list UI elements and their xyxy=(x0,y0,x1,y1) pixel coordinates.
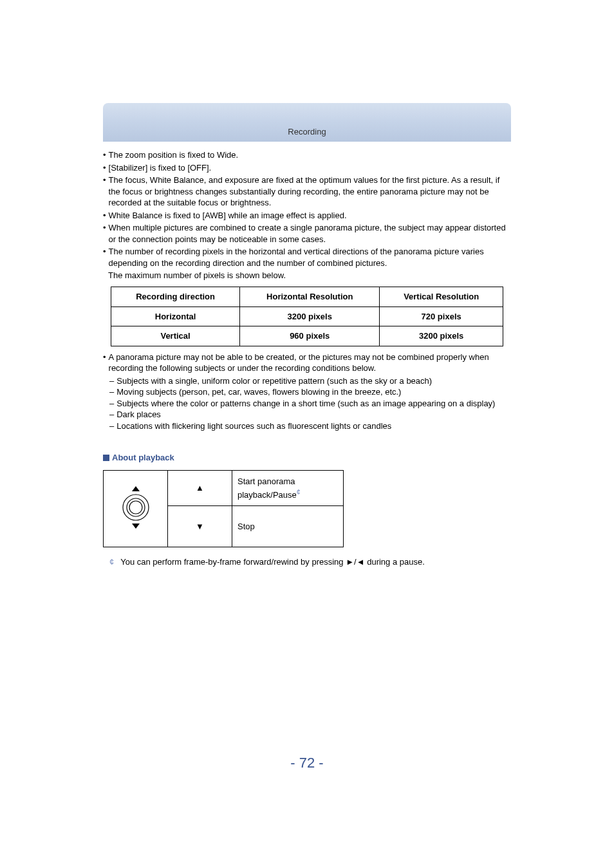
footnote: ¢ You can perform frame-by-frame forward… xyxy=(103,556,511,568)
dash-icon: – xyxy=(109,420,114,432)
bullet-dot-icon: • xyxy=(103,175,106,209)
section-title: About playback xyxy=(112,452,174,464)
page-number: - 72 - xyxy=(0,755,614,771)
footnote-ref: ¢ xyxy=(297,488,301,496)
bullet-item: • White Balance is fixed to [AWB] while … xyxy=(103,210,511,222)
dash-item: – Dark places xyxy=(103,409,511,420)
page-header-title: Recording xyxy=(288,127,326,137)
section-heading: About playback xyxy=(103,452,511,464)
table-header: Horizontal Resolution xyxy=(240,287,380,307)
playback-table: ▲ Start panorama playback/Pause¢ ▼ Stop xyxy=(103,470,344,547)
table-cell: 3200 pixels xyxy=(380,326,503,346)
playback-desc: Start panorama playback/Pause¢ xyxy=(232,471,344,506)
bullet-item: • The focus, White Balance, and exposure… xyxy=(103,175,511,209)
table-cell: 720 pixels xyxy=(380,307,503,326)
dash-icon: – xyxy=(109,398,114,410)
dash-text: Subjects where the color or patterns cha… xyxy=(116,398,511,410)
bullet-dot-icon: • xyxy=(103,246,106,269)
resolution-table: Recording direction Horizontal Resolutio… xyxy=(111,287,503,346)
bullet-text: [Stabilizer] is fixed to [OFF]. xyxy=(109,162,511,174)
dpad-cell xyxy=(104,471,168,547)
footnote-pre: You can perform frame-by-frame forward/r… xyxy=(120,557,346,567)
dash-icon: – xyxy=(109,386,114,398)
bullet-dot-icon: • xyxy=(103,352,106,374)
left-arrow-icon: ◄ xyxy=(357,557,365,567)
svg-marker-1 xyxy=(132,524,140,529)
down-arrow-icon: ▼ xyxy=(168,506,232,547)
dash-text: Subjects with a single, uniform color or… xyxy=(116,375,511,387)
content-area: • The zoom position is fixed to Wide. • … xyxy=(103,149,511,568)
pixels-intro-sub: The maximum number of pixels is shown be… xyxy=(108,270,511,281)
table-row: Horizontal 3200 pixels 720 pixels xyxy=(111,307,503,326)
table-cell: 960 pixels xyxy=(240,326,380,346)
bullet-dot-icon: • xyxy=(103,149,106,161)
svg-point-4 xyxy=(129,501,142,514)
dash-text: Locations with flickering light sources … xyxy=(116,420,511,432)
bullet-item: • When multiple pictures are combined to… xyxy=(103,222,511,245)
bullet-text: The focus, White Balance, and exposure a… xyxy=(109,175,511,209)
desc-text: Start panorama playback/Pause xyxy=(237,476,297,500)
dpad-icon xyxy=(118,485,154,530)
bullet-item: • A panorama picture may not be able to … xyxy=(103,352,511,374)
table-header: Recording direction xyxy=(111,287,240,307)
section-square-icon xyxy=(103,455,109,461)
footnote-post: during a pause. xyxy=(365,557,425,567)
dash-text: Dark places xyxy=(116,409,511,420)
up-arrow-icon: ▲ xyxy=(168,471,232,506)
dash-item: – Subjects with a single, uniform color … xyxy=(103,375,511,387)
bullet-item: • The number of recording pixels in the … xyxy=(103,246,511,269)
bullet-text: The number of recording pixels in the ho… xyxy=(109,246,511,269)
dash-item: – Locations with flickering light source… xyxy=(103,420,511,432)
bullet-text: The zoom position is fixed to Wide. xyxy=(109,149,511,161)
dash-item: – Moving subjects (person, pet, car, wav… xyxy=(103,386,511,398)
svg-marker-0 xyxy=(132,486,140,491)
bullet-text: When multiple pictures are combined to c… xyxy=(109,222,511,245)
footnote-mark: ¢ xyxy=(109,556,114,568)
playback-desc: Stop xyxy=(232,506,344,547)
bullet-dot-icon: • xyxy=(103,210,106,222)
bullet-dot-icon: • xyxy=(103,222,106,245)
bullet-dot-icon: • xyxy=(103,162,106,174)
right-arrow-icon: ► xyxy=(346,557,354,567)
dash-icon: – xyxy=(109,409,114,420)
table-header-row: Recording direction Horizontal Resolutio… xyxy=(111,287,503,307)
dash-text: Moving subjects (person, pet, car, waves… xyxy=(116,386,511,398)
table-cell: Horizontal xyxy=(111,307,240,326)
table-header: Vertical Resolution xyxy=(380,287,503,307)
header-band: Recording xyxy=(103,103,511,142)
table-row: ▲ Start panorama playback/Pause¢ xyxy=(104,471,344,506)
table-cell: Vertical xyxy=(111,326,240,346)
footnote-text: You can perform frame-by-frame forward/r… xyxy=(120,556,425,568)
bullet-item: • [Stabilizer] is fixed to [OFF]. xyxy=(103,162,511,174)
dash-item: – Subjects where the color or patterns c… xyxy=(103,398,511,410)
table-cell: 3200 pixels xyxy=(240,307,380,326)
bullet-text: White Balance is fixed to [AWB] while an… xyxy=(109,210,511,222)
table-row: Vertical 960 pixels 3200 pixels xyxy=(111,326,503,346)
bullet-text: A panorama picture may not be able to be… xyxy=(109,352,511,374)
dash-icon: – xyxy=(109,375,114,387)
bullet-item: • The zoom position is fixed to Wide. xyxy=(103,149,511,161)
